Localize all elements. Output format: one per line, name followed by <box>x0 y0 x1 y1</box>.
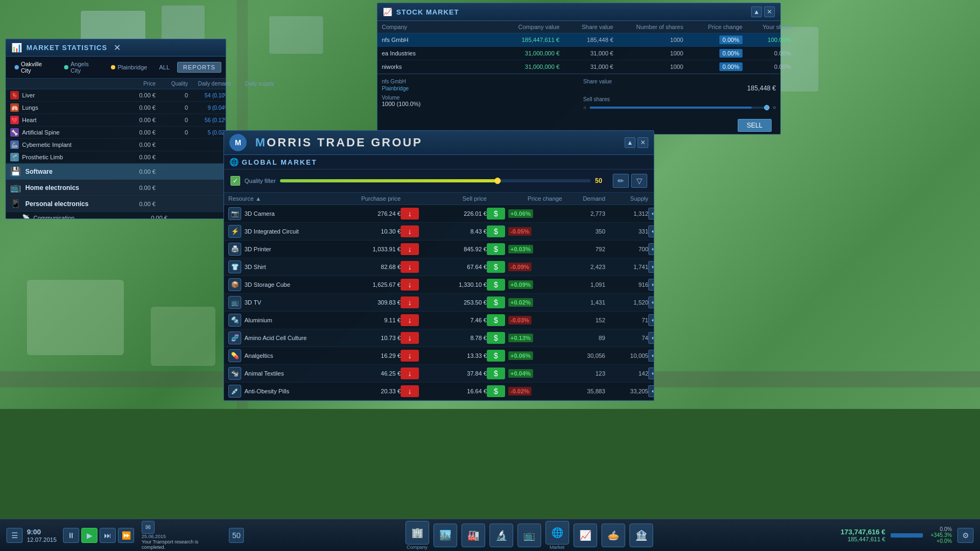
market-stats-close[interactable]: ✕ <box>111 43 123 53</box>
global-row-3dprinter[interactable]: 🖨️3D Printer 1,033.91 € ↓ 845.92 € $ +0.… <box>224 241 654 258</box>
city-tab-oakville[interactable]: Oakville City <box>10 59 57 75</box>
stock-row-2[interactable]: niworks 31,000,000 € 31,000 € 1000 0.00%… <box>377 60 780 74</box>
aluminium-sell-btn[interactable]: ↓ <box>401 314 419 326</box>
menu-button[interactable]: ☰ <box>6 528 23 543</box>
stock-row-0[interactable]: nfs GmbH 185,447,611 € 185,448 € 1000 0.… <box>377 33 780 47</box>
antiobesity-sell-btn[interactable]: ↓ <box>401 385 419 397</box>
reports-button[interactable]: REPORTS <box>177 62 221 73</box>
notification-icon[interactable]: ✉ <box>142 521 155 534</box>
global-close-btn[interactable]: ✕ <box>638 137 648 148</box>
market-row-prosthetic[interactable]: 🦿Prosthetic Limb 0.00 € <box>6 151 226 164</box>
subcategory-communication[interactable]: 📡Communication 0.00 € <box>6 212 226 218</box>
global-row-analgeltics[interactable]: 💊Analgeltics 16.29 € ↓ 13.33 € $ +0.06% … <box>224 347 654 365</box>
play-btn[interactable]: ▶ <box>81 528 97 543</box>
3dstorage-sell-btn[interactable]: ↓ <box>401 279 419 291</box>
3dcamera-info-btn[interactable]: ↩ <box>648 208 654 220</box>
amino-buy-btn[interactable]: $ <box>487 332 505 344</box>
3dstorage-info-btn[interactable]: ↩ <box>648 279 654 291</box>
3dshirt-purchase: 82.68 € <box>336 264 401 270</box>
animal-sell-btn[interactable]: ↓ <box>401 368 419 379</box>
fast-btn[interactable]: ⏩ <box>118 528 134 543</box>
market-row-cybernetic[interactable]: 🦾Cybernetic Implant 0.00 € <box>6 139 226 151</box>
city-tab-all[interactable]: ALL <box>155 62 174 72</box>
global-rows-scroll[interactable]: 📷3D Camera 276.24 € ↓ 226.01 € $ +0.06% … <box>224 205 654 400</box>
bank-btn[interactable]: 🏦 <box>629 524 653 547</box>
3dcamera-sell-btn[interactable]: ↓ <box>401 208 419 220</box>
market-row-spine[interactable]: 🦴Artificial Spine 0.00 € 0 5 (0.02%) 0 <box>6 126 226 139</box>
global-row-antiobesity[interactable]: 💉Anti-Obesity Pills 20.33 € ↓ 16.64 € $ … <box>224 383 654 400</box>
market-row-heart[interactable]: ❤️Heart 0.00 € 0 56 (0.12%) 0 <box>6 114 226 126</box>
3dtv-sell-btn[interactable]: ↓ <box>401 296 419 308</box>
company-btn[interactable]: 🏢 <box>405 521 429 545</box>
3dshirt-info-btn[interactable]: ↩ <box>648 261 654 273</box>
category-personal-electronics[interactable]: 📱 Personal electronics 0.00 € <box>6 196 226 212</box>
antiobesity-info-btn[interactable]: ↩ <box>648 385 654 397</box>
city-tab-plainbridge[interactable]: Plainbridge <box>107 62 151 72</box>
quality-filter-check[interactable]: ✓ <box>230 176 240 186</box>
quality-slider-thumb[interactable] <box>494 178 501 184</box>
tv-btn[interactable]: 📺 <box>517 524 541 547</box>
global-row-3dic[interactable]: ⚡3D Integrated Circuit 10.30 € ↓ 8.43 € … <box>224 223 654 241</box>
3dprinter-sell-btn[interactable]: ↓ <box>401 243 419 255</box>
personal-electronics-label: Personal electronics <box>25 200 88 208</box>
3dprinter-info-btn[interactable]: ↩ <box>648 243 654 255</box>
global-minimize-btn[interactable]: ▲ <box>625 137 635 148</box>
filter-funnel-btn[interactable]: ▽ <box>631 174 647 188</box>
settings-btn[interactable]: ⚙ <box>957 528 974 543</box>
animal-info-btn[interactable]: ↩ <box>648 368 654 379</box>
analgeltics-info-btn[interactable]: ↩ <box>648 350 654 362</box>
comm-price: 0.00 € <box>130 215 167 218</box>
stock-col-change: Price change <box>683 24 743 30</box>
quality-filter-bar: ✓ Quality filter 50 ✏ ▽ <box>224 169 654 193</box>
3dshirt-sell-btn[interactable]: ↓ <box>401 261 419 273</box>
3dtv-buy-btn[interactable]: $ <box>487 296 505 308</box>
stock-row-1[interactable]: ea Industries 31,000,000 € 31,000 € 1000… <box>377 47 780 60</box>
3dic-sell-btn[interactable]: ↓ <box>401 225 419 237</box>
research-btn[interactable]: 🔬 <box>489 524 513 547</box>
global-row-3dshirt[interactable]: 👕3D Shirt 82.68 € ↓ 67.64 € $ -0.09% 2,4… <box>224 258 654 276</box>
3dprinter-buy-btn[interactable]: $ <box>487 243 505 255</box>
quality-slider-track[interactable] <box>280 179 591 182</box>
global-row-aluminium[interactable]: 🔩Aluminium 9.11 € ↓ 7.46 € $ -0.03% 152 … <box>224 312 654 329</box>
3dshirt-buy-btn[interactable]: $ <box>487 261 505 273</box>
analgeltics-buy-btn[interactable]: $ <box>487 350 505 362</box>
population-icon[interactable]: 50 <box>229 528 244 543</box>
aluminium-buy-btn[interactable]: $ <box>487 314 505 326</box>
sell-slider-track[interactable] <box>590 107 769 109</box>
sell-button[interactable]: SELL <box>738 119 772 132</box>
amino-sell-btn[interactable]: ↓ <box>401 332 419 344</box>
aluminium-info-btn[interactable]: ↩ <box>648 314 654 326</box>
city-tab-angels[interactable]: Angels City <box>60 59 103 75</box>
chart-btn[interactable]: 📈 <box>573 524 597 547</box>
market-row-liver[interactable]: 🫀Liver 0.00 € 0 54 (0.10%) 0 <box>6 89 226 102</box>
pause-btn[interactable]: ⏸ <box>63 528 79 543</box>
global-row-3dstorage[interactable]: 📦3D Storage Cube 1,625.67 € ↓ 1,330.10 €… <box>224 276 654 294</box>
category-home-electronics[interactable]: 📺 Home electronics 0.00 € <box>6 180 226 196</box>
software-price: 0.00 € <box>118 168 156 175</box>
antiobesity-buy-btn[interactable]: $ <box>487 385 505 397</box>
stock-minimize-btn[interactable]: ▲ <box>751 6 762 17</box>
market-rows-scroll[interactable]: 🫀Liver 0.00 € 0 54 (0.10%) 0 🫁Lungs 0.00… <box>6 89 226 218</box>
3dtv-info-btn[interactable]: ↩ <box>648 296 654 308</box>
city-btn[interactable]: 🏙️ <box>433 524 457 547</box>
market-row-lungs[interactable]: 🫁Lungs 0.00 € 0 9 (0.04%) 0 <box>6 102 226 114</box>
amino-info-btn[interactable]: ↩ <box>648 332 654 344</box>
3dcamera-buy-btn[interactable]: $ <box>487 208 505 220</box>
3dic-info-btn[interactable]: ↩ <box>648 225 654 237</box>
forward-btn[interactable]: ⏭ <box>100 528 116 543</box>
stock-close-btn[interactable]: ✕ <box>764 6 775 17</box>
market-btn[interactable]: 🌐 <box>545 521 569 545</box>
factory-btn[interactable]: 🏭 <box>461 524 485 547</box>
analgeltics-sell-btn[interactable]: ↓ <box>401 350 419 362</box>
animal-buy-btn[interactable]: $ <box>487 368 505 379</box>
3dstorage-buy-btn[interactable]: $ <box>487 279 505 291</box>
3dic-buy-btn[interactable]: $ <box>487 225 505 237</box>
stats-btn[interactable]: 🥧 <box>601 524 625 547</box>
global-row-3dcamera[interactable]: 📷3D Camera 276.24 € ↓ 226.01 € $ +0.06% … <box>224 205 654 223</box>
sell-slider-thumb[interactable] <box>764 105 769 110</box>
category-software[interactable]: 💾 Software 0.00 € <box>6 164 226 180</box>
global-row-animal[interactable]: 🐄Animal Textiles 46.25 € ↓ 37.84 € $ +0.… <box>224 365 654 383</box>
global-row-3dtv[interactable]: 📺3D TV 309.83 € ↓ 253.50 € $ +0.02% 1,43… <box>224 294 654 312</box>
filter-edit-btn[interactable]: ✏ <box>613 174 629 188</box>
global-row-amino[interactable]: 🧬Amino Acid Cell Culture 10.73 € ↓ 8.78 … <box>224 329 654 347</box>
